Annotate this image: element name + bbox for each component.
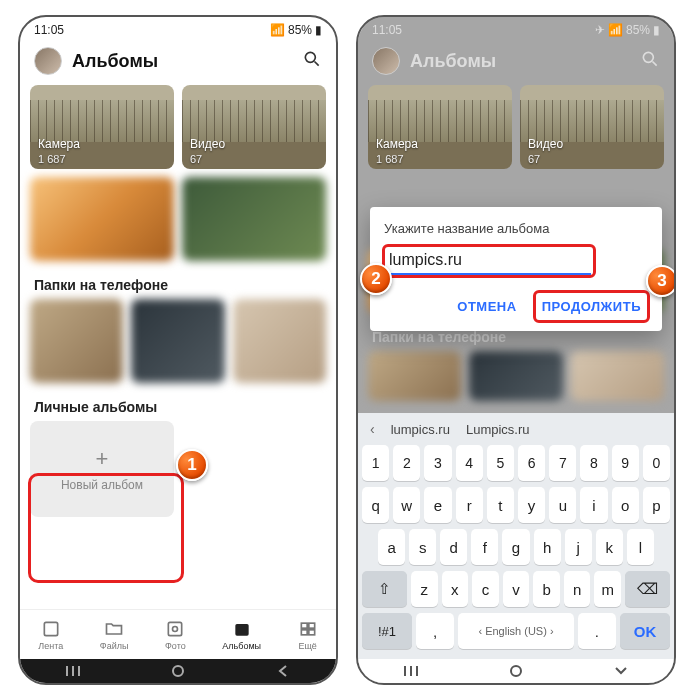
folder-thumb[interactable] (30, 299, 123, 383)
symbols-key[interactable]: !#1 (362, 613, 412, 649)
new-album-label: Новый альбом (61, 478, 143, 492)
recent-apps-button[interactable] (404, 664, 418, 678)
folder-thumb[interactable] (233, 299, 326, 383)
key-8[interactable]: 8 (580, 445, 607, 481)
nav-photo[interactable]: Фото (165, 619, 186, 651)
svg-rect-2 (169, 622, 182, 635)
key-c[interactable]: c (472, 571, 499, 607)
key-z[interactable]: z (411, 571, 438, 607)
space-key[interactable]: ‹ English (US) › (458, 613, 573, 649)
key-l[interactable]: l (627, 529, 654, 565)
status-bar: 11:05 ✈ 📶 85% ▮ (358, 17, 674, 39)
backspace-key[interactable]: ⌫ (625, 571, 670, 607)
key-j[interactable]: j (565, 529, 592, 565)
dialog-title: Укажите название альбома (384, 221, 648, 236)
continue-button[interactable]: ПРОДОЛЖИТЬ (538, 293, 645, 320)
battery-icon: ▮ (315, 23, 322, 37)
key-e[interactable]: e (424, 487, 451, 523)
album-label: Камера (38, 137, 80, 151)
recent-apps-button[interactable] (66, 664, 80, 678)
key-q[interactable]: q (362, 487, 389, 523)
key-b[interactable]: b (533, 571, 560, 607)
folder-thumb (571, 351, 664, 401)
keyboard-row-bottom: !#1 , ‹ English (US) › . OK (362, 613, 670, 649)
suggestion[interactable]: Lumpics.ru (466, 422, 530, 437)
svg-rect-7 (301, 629, 307, 634)
key-u[interactable]: u (549, 487, 576, 523)
key-o[interactable]: o (612, 487, 639, 523)
plus-icon: + (96, 446, 109, 472)
suggestion[interactable]: lumpics.ru (391, 422, 450, 437)
nav-albums[interactable]: Альбомы (222, 619, 261, 651)
nav-files[interactable]: Файлы (100, 619, 129, 651)
page-title: Альбомы (72, 51, 292, 72)
page-title: Альбомы (410, 51, 630, 72)
screenshot-left: 11:05 📶 85% ▮ Альбомы Камера 1 687 Видео… (18, 15, 338, 685)
key-d[interactable]: d (440, 529, 467, 565)
home-button[interactable] (509, 664, 523, 678)
key-7[interactable]: 7 (549, 445, 576, 481)
search-icon (640, 49, 660, 73)
key-a[interactable]: a (378, 529, 405, 565)
key-v[interactable]: v (503, 571, 530, 607)
album-thumb[interactable] (182, 177, 326, 261)
key-2[interactable]: 2 (393, 445, 420, 481)
bottom-nav: Лента Файлы Фото Альбомы Ещё (20, 609, 336, 659)
key-p[interactable]: p (643, 487, 670, 523)
key-w[interactable]: w (393, 487, 420, 523)
signal-icon: 📶 (270, 23, 285, 37)
key-4[interactable]: 4 (456, 445, 483, 481)
battery-text: 85% (288, 23, 312, 37)
key-6[interactable]: 6 (518, 445, 545, 481)
key-t[interactable]: t (487, 487, 514, 523)
shift-key[interactable]: ⇧ (362, 571, 407, 607)
album-thumb[interactable] (30, 177, 174, 261)
keyboard-row-1: qwertyuiop (362, 487, 670, 523)
period-key[interactable]: . (578, 613, 616, 649)
comma-key[interactable]: , (416, 613, 454, 649)
svg-point-9 (173, 666, 183, 676)
key-5[interactable]: 5 (487, 445, 514, 481)
key-y[interactable]: y (518, 487, 545, 523)
folder-thumb (469, 351, 562, 401)
folder-thumb[interactable] (131, 299, 224, 383)
highlight-input (382, 244, 596, 278)
section-personal-albums: Личные альбомы (30, 391, 326, 421)
album-camera[interactable]: Камера 1 687 (30, 85, 174, 169)
status-bar: 11:05 📶 85% ▮ (20, 17, 336, 39)
key-m[interactable]: m (594, 571, 621, 607)
key-r[interactable]: r (456, 487, 483, 523)
key-n[interactable]: n (564, 571, 591, 607)
key-h[interactable]: h (534, 529, 561, 565)
key-1[interactable]: 1 (362, 445, 389, 481)
ok-key[interactable]: OK (620, 613, 670, 649)
chevron-left-icon[interactable]: ‹ (370, 421, 375, 437)
key-9[interactable]: 9 (612, 445, 639, 481)
key-s[interactable]: s (409, 529, 436, 565)
home-button[interactable] (171, 664, 185, 678)
key-i[interactable]: i (580, 487, 607, 523)
svg-rect-8 (308, 629, 314, 634)
key-f[interactable]: f (471, 529, 498, 565)
key-k[interactable]: k (596, 529, 623, 565)
key-g[interactable]: g (502, 529, 529, 565)
hide-keyboard-button[interactable] (614, 664, 628, 678)
new-album-button[interactable]: + Новый альбом (30, 421, 174, 517)
svg-point-3 (173, 626, 178, 631)
nav-more[interactable]: Ещё (298, 619, 318, 651)
back-button[interactable] (276, 664, 290, 678)
album-name-input[interactable] (387, 247, 591, 275)
system-nav (358, 659, 674, 683)
svg-rect-6 (308, 623, 314, 628)
key-0[interactable]: 0 (643, 445, 670, 481)
search-icon[interactable] (302, 49, 322, 73)
key-x[interactable]: x (442, 571, 469, 607)
status-icons: ✈ 📶 85% ▮ (595, 23, 660, 37)
key-3[interactable]: 3 (424, 445, 451, 481)
album-count: 67 (190, 153, 202, 165)
avatar[interactable] (34, 47, 62, 75)
album-video[interactable]: Видео 67 (182, 85, 326, 169)
nav-feed[interactable]: Лента (38, 619, 63, 651)
cancel-button[interactable]: ОТМЕНА (453, 292, 520, 321)
chevron-right-icon: › (547, 625, 554, 637)
